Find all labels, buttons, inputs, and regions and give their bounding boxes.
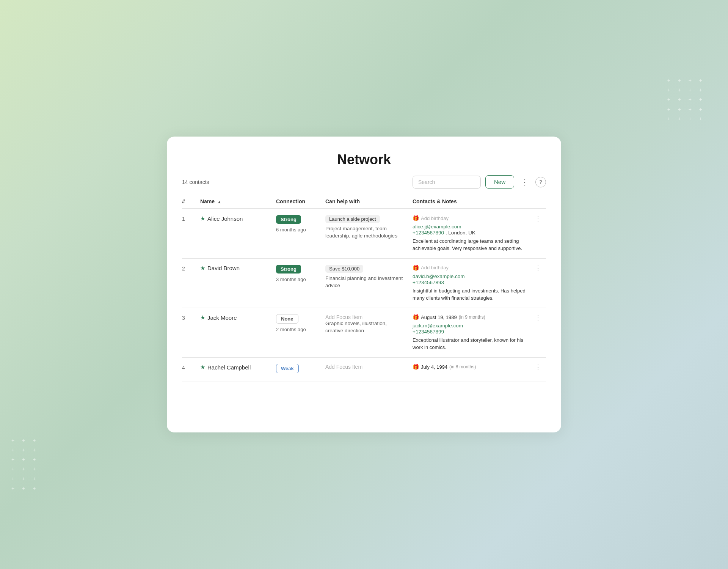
col-header-notes: Contacts & Notes — [408, 195, 530, 209]
row-help-cell: Save $10,000 Financial planning and inve… — [321, 258, 408, 308]
connection-time: 2 months ago — [276, 327, 316, 332]
birthday-placeholder[interactable]: Add birthday — [421, 265, 449, 270]
contact-phone[interactable]: +1234567899 — [413, 329, 444, 335]
sort-arrow-icon[interactable]: ▲ — [217, 200, 221, 204]
gift-icon: 🎁 — [413, 364, 419, 370]
search-input[interactable] — [413, 176, 481, 189]
col-header-action — [530, 195, 546, 209]
row-notes-cell: 🎁 Add birthday david.b@example.com +1234… — [408, 258, 530, 308]
table-header-row: # Name ▲ Connection Can help with Contac… — [182, 195, 546, 209]
birthday-date: August 19, 1989 — [421, 314, 457, 320]
row-connection-cell: None 2 months ago — [271, 308, 321, 358]
contact-email[interactable]: david.b@example.com — [413, 273, 465, 279]
row-menu-button[interactable]: ⋮ — [530, 358, 546, 382]
help-desc: Financial planning and investment advice — [325, 275, 403, 289]
table-row: 2 ★ David Brown Strong 3 months ago Save… — [182, 258, 546, 308]
contact-note: Exceptional illustrator and storyteller,… — [413, 337, 526, 351]
row-notes-cell: 🎁 August 19, 1989 (in 9 months) jack.m@e… — [408, 308, 530, 358]
row-name-cell: ★ Rachel Campbell — [196, 358, 271, 382]
gift-icon: 🎁 — [413, 265, 419, 271]
help-desc: Project management, team leadership, agi… — [325, 225, 403, 240]
star-icon[interactable]: ★ — [200, 364, 205, 371]
row-name-cell: ★ Jack Moore — [196, 308, 271, 358]
col-header-num: # — [182, 195, 196, 209]
contact-name: Jack Moore — [207, 314, 237, 321]
more-icon[interactable]: ⋮ — [519, 176, 531, 188]
connection-time: 3 months ago — [276, 277, 316, 282]
contact-note: Excellent at coordinating large teams an… — [413, 238, 526, 252]
contacts-table: # Name ▲ Connection Can help with Contac… — [182, 195, 546, 382]
row-help-cell: Add Focus Item — [321, 358, 408, 382]
contact-name: Alice Johnson — [207, 215, 243, 222]
gift-icon: 🎁 — [413, 215, 419, 221]
focus-placeholder[interactable]: Add Focus Item — [325, 314, 403, 320]
contact-note: Insightful in budgeting and investments.… — [413, 288, 526, 302]
help-desc: Graphic novels, illustration, creative d… — [325, 320, 403, 335]
page-header: Network — [167, 137, 561, 175]
table-wrapper: # Name ▲ Connection Can help with Contac… — [167, 195, 561, 390]
contact-phone[interactable]: +1234567890 — [413, 230, 444, 236]
star-icon[interactable]: ★ — [200, 215, 205, 222]
row-notes-cell: 🎁 Add birthday alice.j@example.com +1234… — [408, 209, 530, 258]
connection-time: 6 months ago — [276, 227, 316, 233]
page-title: Network — [182, 152, 546, 168]
star-icon[interactable]: ★ — [200, 314, 205, 321]
row-connection-cell: Strong 6 months ago — [271, 209, 321, 258]
focus-tag[interactable]: Save $10,000 — [325, 265, 363, 273]
col-header-can-help: Can help with — [321, 195, 408, 209]
row-menu-button[interactable]: ⋮ — [530, 258, 546, 308]
row-connection-cell: Strong 3 months ago — [271, 258, 321, 308]
row-num: 2 — [182, 258, 196, 308]
contact-email[interactable]: alice.j@example.com — [413, 224, 461, 229]
row-menu-button[interactable]: ⋮ — [530, 209, 546, 258]
help-icon[interactable]: ? — [535, 177, 546, 187]
contact-name: David Brown — [207, 265, 240, 271]
deco-right: + + + ++ + + ++ + + ++ + + ++ + + + — [667, 76, 705, 124]
contact-email[interactable]: jack.m@example.com — [413, 323, 463, 329]
birthday-date: July 4, 1994 — [421, 364, 447, 370]
contacts-count: 14 contacts — [182, 179, 408, 185]
main-card: Network 14 contacts New ⋮ ? # Name ▲ Con… — [167, 137, 561, 432]
col-header-connection: Connection — [271, 195, 321, 209]
contact-name: Rachel Campbell — [207, 364, 251, 371]
row-connection-cell: Weak — [271, 358, 321, 382]
row-help-cell: Add Focus Item Graphic novels, illustrat… — [321, 308, 408, 358]
focus-tag[interactable]: Launch a side project — [325, 215, 380, 223]
table-row: 3 ★ Jack Moore None 2 months ago Add Foc… — [182, 308, 546, 358]
connection-badge: None — [276, 314, 298, 324]
row-name-cell: ★ Alice Johnson — [196, 209, 271, 258]
row-num: 3 — [182, 308, 196, 358]
connection-badge: Strong — [276, 265, 301, 273]
row-num: 1 — [182, 209, 196, 258]
row-help-cell: Launch a side project Project management… — [321, 209, 408, 258]
row-menu-button[interactable]: ⋮ — [530, 308, 546, 358]
row-num: 4 — [182, 358, 196, 382]
birthday-placeholder[interactable]: Add birthday — [421, 215, 449, 221]
deco-left: + + ++ + ++ + ++ + ++ + ++ + + — [11, 436, 39, 493]
toolbar: 14 contacts New ⋮ ? — [167, 175, 561, 195]
birthday-soon: (in 8 months) — [449, 364, 476, 369]
contact-phone[interactable]: +1234567893 — [413, 280, 444, 285]
connection-badge: Strong — [276, 215, 301, 224]
contact-location: , London, UK — [446, 230, 475, 236]
row-notes-cell: 🎁 July 4, 1994 (in 8 months) — [408, 358, 530, 382]
table-row: 1 ★ Alice Johnson Strong 6 months ago La… — [182, 209, 546, 258]
star-icon[interactable]: ★ — [200, 265, 205, 272]
table-row: 4 ★ Rachel Campbell Weak Add Focus Item — [182, 358, 546, 382]
new-button[interactable]: New — [485, 175, 514, 189]
birthday-soon: (in 9 months) — [459, 314, 485, 320]
gift-icon: 🎁 — [413, 314, 419, 320]
connection-badge: Weak — [276, 364, 299, 373]
focus-placeholder[interactable]: Add Focus Item — [325, 364, 403, 370]
row-name-cell: ★ David Brown — [196, 258, 271, 308]
col-header-name: Name ▲ — [196, 195, 271, 209]
